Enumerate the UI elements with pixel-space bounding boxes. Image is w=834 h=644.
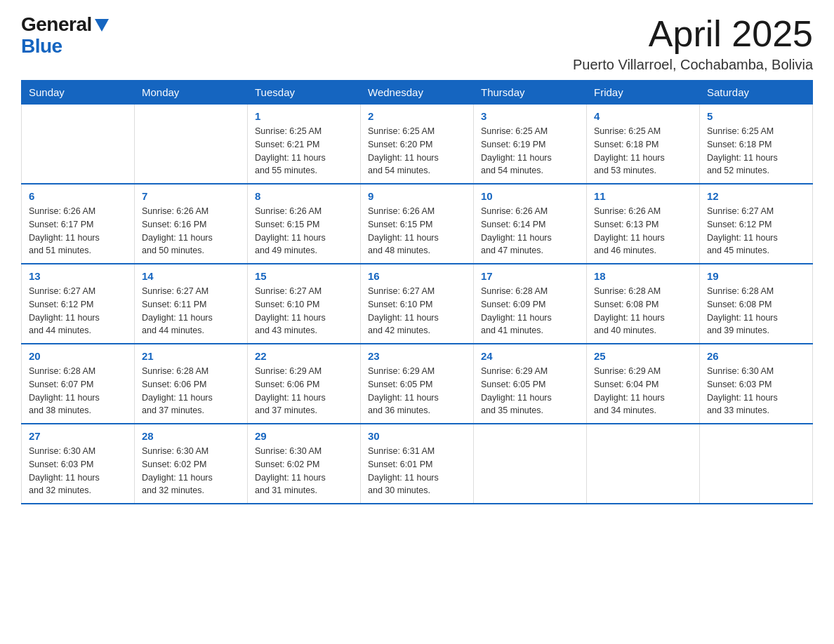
calendar-day-cell [587,424,700,504]
calendar-day-header: Saturday [700,81,813,105]
calendar-day-cell: 6Sunrise: 6:26 AMSunset: 6:17 PMDaylight… [22,184,135,264]
day-info: Sunrise: 6:27 AMSunset: 6:12 PMDaylight:… [29,285,127,337]
calendar-day-cell: 4Sunrise: 6:25 AMSunset: 6:18 PMDaylight… [587,105,700,185]
calendar-day-cell: 28Sunrise: 6:30 AMSunset: 6:02 PMDayligh… [135,424,248,504]
day-number: 4 [594,110,692,122]
day-number: 2 [368,110,466,122]
day-number: 11 [594,190,692,202]
day-number: 26 [707,350,805,362]
calendar-day-cell: 12Sunrise: 6:27 AMSunset: 6:12 PMDayligh… [700,184,813,264]
day-info: Sunrise: 6:25 AMSunset: 6:20 PMDaylight:… [368,125,466,177]
day-number: 19 [707,270,805,282]
page-header: General Blue April 2025 Puerto Villarroe… [21,14,813,73]
calendar-day-cell: 17Sunrise: 6:28 AMSunset: 6:09 PMDayligh… [474,264,587,344]
calendar-day-cell [700,424,813,504]
logo: General Blue [21,14,109,58]
day-info: Sunrise: 6:26 AMSunset: 6:13 PMDaylight:… [594,205,692,257]
day-number: 5 [707,110,805,122]
day-info: Sunrise: 6:30 AMSunset: 6:02 PMDaylight:… [142,445,240,497]
calendar-day-cell: 20Sunrise: 6:28 AMSunset: 6:07 PMDayligh… [22,344,135,424]
calendar-day-cell: 29Sunrise: 6:30 AMSunset: 6:02 PMDayligh… [248,424,361,504]
day-number: 30 [368,430,466,442]
calendar-day-header: Monday [135,81,248,105]
calendar-day-cell: 1Sunrise: 6:25 AMSunset: 6:21 PMDaylight… [248,105,361,185]
calendar-day-cell: 2Sunrise: 6:25 AMSunset: 6:20 PMDaylight… [361,105,474,185]
day-number: 12 [707,190,805,202]
calendar-day-cell: 3Sunrise: 6:25 AMSunset: 6:19 PMDaylight… [474,105,587,185]
day-info: Sunrise: 6:26 AMSunset: 6:15 PMDaylight:… [255,205,353,257]
day-info: Sunrise: 6:25 AMSunset: 6:18 PMDaylight:… [707,125,805,177]
calendar-table: SundayMondayTuesdayWednesdayThursdayFrid… [21,80,813,504]
day-number: 13 [29,270,127,282]
calendar-week-row: 20Sunrise: 6:28 AMSunset: 6:07 PMDayligh… [22,344,813,424]
day-info: Sunrise: 6:26 AMSunset: 6:17 PMDaylight:… [29,205,127,257]
logo-blue-text: Blue [21,36,109,58]
day-info: Sunrise: 6:27 AMSunset: 6:12 PMDaylight:… [707,205,805,257]
day-number: 9 [368,190,466,202]
day-info: Sunrise: 6:29 AMSunset: 6:05 PMDaylight:… [481,365,579,417]
calendar-day-cell [135,105,248,185]
day-number: 1 [255,110,353,122]
calendar-day-cell: 30Sunrise: 6:31 AMSunset: 6:01 PMDayligh… [361,424,474,504]
day-number: 8 [255,190,353,202]
page-title: April 2025 [573,14,813,54]
calendar-day-cell: 25Sunrise: 6:29 AMSunset: 6:04 PMDayligh… [587,344,700,424]
page-subtitle: Puerto Villarroel, Cochabamba, Bolivia [573,57,813,73]
calendar-header-row: SundayMondayTuesdayWednesdayThursdayFrid… [22,81,813,105]
calendar-day-cell: 9Sunrise: 6:26 AMSunset: 6:15 PMDaylight… [361,184,474,264]
day-info: Sunrise: 6:26 AMSunset: 6:16 PMDaylight:… [142,205,240,257]
day-info: Sunrise: 6:29 AMSunset: 6:04 PMDaylight:… [594,365,692,417]
day-number: 20 [29,350,127,362]
day-info: Sunrise: 6:28 AMSunset: 6:08 PMDaylight:… [594,285,692,337]
day-number: 23 [368,350,466,362]
calendar-day-cell [22,105,135,185]
day-info: Sunrise: 6:29 AMSunset: 6:05 PMDaylight:… [368,365,466,417]
day-info: Sunrise: 6:27 AMSunset: 6:10 PMDaylight:… [255,285,353,337]
calendar-day-cell: 14Sunrise: 6:27 AMSunset: 6:11 PMDayligh… [135,264,248,344]
calendar-day-cell: 19Sunrise: 6:28 AMSunset: 6:08 PMDayligh… [700,264,813,344]
calendar-day-cell: 22Sunrise: 6:29 AMSunset: 6:06 PMDayligh… [248,344,361,424]
day-number: 3 [481,110,579,122]
calendar-day-cell: 11Sunrise: 6:26 AMSunset: 6:13 PMDayligh… [587,184,700,264]
calendar-day-cell: 16Sunrise: 6:27 AMSunset: 6:10 PMDayligh… [361,264,474,344]
title-block: April 2025 Puerto Villarroel, Cochabamba… [573,14,813,73]
calendar-day-cell: 23Sunrise: 6:29 AMSunset: 6:05 PMDayligh… [361,344,474,424]
day-info: Sunrise: 6:28 AMSunset: 6:09 PMDaylight:… [481,285,579,337]
day-number: 15 [255,270,353,282]
day-info: Sunrise: 6:30 AMSunset: 6:03 PMDaylight:… [707,365,805,417]
calendar-day-header: Tuesday [248,81,361,105]
calendar-day-cell: 7Sunrise: 6:26 AMSunset: 6:16 PMDaylight… [135,184,248,264]
day-info: Sunrise: 6:29 AMSunset: 6:06 PMDaylight:… [255,365,353,417]
day-number: 24 [481,350,579,362]
calendar-day-header: Wednesday [361,81,474,105]
day-info: Sunrise: 6:27 AMSunset: 6:10 PMDaylight:… [368,285,466,337]
calendar-day-cell: 26Sunrise: 6:30 AMSunset: 6:03 PMDayligh… [700,344,813,424]
calendar-week-row: 1Sunrise: 6:25 AMSunset: 6:21 PMDaylight… [22,105,813,185]
day-info: Sunrise: 6:28 AMSunset: 6:08 PMDaylight:… [707,285,805,337]
calendar-day-cell [474,424,587,504]
day-number: 16 [368,270,466,282]
day-number: 17 [481,270,579,282]
day-info: Sunrise: 6:30 AMSunset: 6:02 PMDaylight:… [255,445,353,497]
day-number: 6 [29,190,127,202]
day-info: Sunrise: 6:27 AMSunset: 6:11 PMDaylight:… [142,285,240,337]
calendar-day-cell: 10Sunrise: 6:26 AMSunset: 6:14 PMDayligh… [474,184,587,264]
day-number: 22 [255,350,353,362]
day-info: Sunrise: 6:31 AMSunset: 6:01 PMDaylight:… [368,445,466,497]
calendar-day-cell: 18Sunrise: 6:28 AMSunset: 6:08 PMDayligh… [587,264,700,344]
calendar-day-header: Friday [587,81,700,105]
day-number: 28 [142,430,240,442]
day-info: Sunrise: 6:26 AMSunset: 6:15 PMDaylight:… [368,205,466,257]
day-number: 21 [142,350,240,362]
logo-general-text: General [21,14,92,36]
calendar-day-cell: 24Sunrise: 6:29 AMSunset: 6:05 PMDayligh… [474,344,587,424]
calendar-day-cell: 8Sunrise: 6:26 AMSunset: 6:15 PMDaylight… [248,184,361,264]
calendar-day-cell: 21Sunrise: 6:28 AMSunset: 6:06 PMDayligh… [135,344,248,424]
day-info: Sunrise: 6:28 AMSunset: 6:06 PMDaylight:… [142,365,240,417]
day-number: 18 [594,270,692,282]
day-number: 25 [594,350,692,362]
calendar-day-header: Sunday [22,81,135,105]
day-number: 29 [255,430,353,442]
day-number: 10 [481,190,579,202]
day-number: 27 [29,430,127,442]
